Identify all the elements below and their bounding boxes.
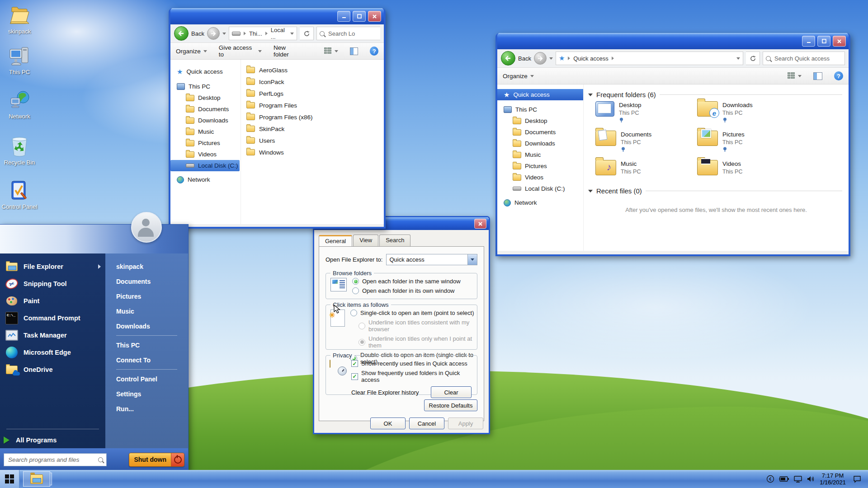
chevron-down-icon[interactable]: [290, 33, 294, 35]
file-row[interactable]: Users: [246, 135, 384, 146]
start-item-microsoft-edge[interactable]: Microsoft Edge: [0, 344, 105, 361]
organize-button[interactable]: Organize: [503, 73, 534, 80]
hidden-icons-chevron-icon[interactable]: [766, 475, 774, 483]
chevron-down-icon[interactable]: [736, 57, 740, 60]
sidebar-item-local-disk-selected[interactable]: Local Disk (C:): [170, 160, 240, 171]
start-search-input[interactable]: [7, 456, 95, 464]
address-bar[interactable]: Thi... Local ...: [229, 27, 297, 40]
refresh-button[interactable]: [300, 27, 314, 40]
sidebar-item-local-disk[interactable]: Local Disk (C:): [497, 183, 583, 194]
sidebar-item-desktop[interactable]: Desktop: [170, 92, 241, 103]
start-item-command-prompt[interactable]: C:\_ Command Prompt: [0, 310, 105, 327]
clock[interactable]: 7:17 PM 1/16/2021: [820, 472, 846, 486]
start-item-paint[interactable]: Paint: [0, 292, 105, 310]
start-item-control-panel[interactable]: Control Panel: [105, 371, 188, 386]
close-icon[interactable]: [474, 219, 486, 229]
shut-down-button[interactable]: Shut down: [129, 453, 184, 467]
window-titlebar[interactable]: [497, 33, 849, 49]
forward-button[interactable]: [207, 27, 220, 40]
start-item-file-explorer[interactable]: File Explorer: [0, 258, 105, 275]
preview-pane-icon[interactable]: [813, 72, 822, 80]
help-icon[interactable]: ?: [834, 71, 843, 80]
refresh-button[interactable]: [746, 52, 760, 65]
breadcrumb[interactable]: Thi...: [249, 30, 262, 37]
start-item-task-manager[interactable]: Task Manager: [0, 327, 105, 344]
frequent-folder-pictures[interactable]: PicturesThis PC: [697, 131, 799, 154]
file-row[interactable]: Program Files: [246, 99, 384, 111]
maximize-icon[interactable]: [353, 11, 366, 22]
window-titlebar[interactable]: [170, 8, 384, 24]
network-icon[interactable]: [793, 475, 802, 483]
notification-icon[interactable]: [853, 475, 862, 483]
checkbox-frequent-folders[interactable]: ✓ Show frequently used folders in Quick …: [351, 370, 474, 383]
history-dropdown-icon[interactable]: [549, 57, 553, 60]
start-item-music[interactable]: Music: [105, 304, 188, 319]
sidebar-item-documents[interactable]: Documents: [497, 127, 583, 138]
search-input[interactable]: [774, 55, 842, 62]
apply-button[interactable]: Apply: [448, 418, 483, 429]
desktop-icon-recycle-bin[interactable]: Recycle Bin: [0, 136, 39, 166]
organize-button[interactable]: Organize: [176, 48, 207, 55]
user-avatar[interactable]: [131, 212, 162, 243]
ok-button[interactable]: OK: [370, 418, 406, 429]
address-bar[interactable]: ★ Quick access: [556, 52, 743, 65]
restore-defaults-button[interactable]: Restore Defaults: [424, 399, 477, 411]
sidebar-item-videos[interactable]: Videos: [170, 149, 241, 160]
start-button[interactable]: [0, 470, 19, 488]
start-search-box[interactable]: [4, 453, 107, 466]
start-item-downloads[interactable]: Downloads: [105, 319, 188, 333]
close-icon[interactable]: [833, 36, 846, 47]
sidebar-item-network[interactable]: Network: [170, 174, 241, 185]
sidebar-item-this-pc[interactable]: This PC: [497, 104, 583, 115]
file-row[interactable]: SkinPack: [246, 123, 384, 135]
frequent-folder-music[interactable]: ♪ MusicThis PC: [595, 160, 697, 175]
open-to-combobox[interactable]: Quick access: [386, 254, 477, 265]
radio-same-window[interactable]: Open each folder in the same window: [352, 278, 472, 285]
power-icon[interactable]: [171, 453, 184, 466]
sidebar-item-network[interactable]: Network: [497, 197, 583, 208]
recent-files-header[interactable]: Recent files (0): [588, 187, 842, 195]
sidebar-item-documents[interactable]: Documents: [170, 103, 241, 115]
volume-icon[interactable]: [807, 475, 816, 483]
desktop-icon-control-panel[interactable]: Control Panel: [0, 180, 39, 210]
back-button[interactable]: Back: [501, 51, 531, 66]
file-row[interactable]: Program Files (x86): [246, 111, 384, 123]
new-folder-button[interactable]: New folder: [274, 44, 301, 58]
view-button[interactable]: [788, 72, 802, 80]
close-icon[interactable]: [368, 11, 381, 22]
start-item-skinpack[interactable]: skinpack: [105, 259, 188, 274]
sidebar-item-music[interactable]: Music: [170, 126, 241, 137]
minimize-icon[interactable]: [802, 36, 815, 47]
search-input[interactable]: [327, 30, 377, 38]
start-item-onedrive[interactable]: OneDrive: [0, 361, 105, 378]
start-item-run[interactable]: Run...: [105, 401, 188, 416]
sidebar-item-downloads[interactable]: Downloads: [497, 138, 583, 149]
breadcrumb[interactable]: Local ...: [271, 27, 287, 40]
minimize-icon[interactable]: [337, 11, 350, 22]
frequent-folder-videos[interactable]: VideosThis PC: [697, 160, 799, 175]
start-item-documents[interactable]: Documents: [105, 274, 188, 289]
forward-button[interactable]: [534, 52, 547, 65]
desktop-icon-skinpack[interactable]: skinpack: [0, 5, 39, 35]
sidebar-item-quick-access[interactable]: ★Quick access: [170, 66, 241, 77]
view-button[interactable]: [324, 47, 338, 55]
sidebar-item-downloads[interactable]: Downloads: [170, 115, 241, 126]
frequent-folder-downloads[interactable]: e DownloadsThis PC: [697, 101, 799, 124]
sidebar-item-quick-access-selected[interactable]: ★Quick access: [497, 89, 583, 100]
sidebar-item-pictures[interactable]: Pictures: [170, 137, 241, 149]
start-item-this-pc[interactable]: This PC: [105, 338, 188, 352]
start-item-settings[interactable]: Settings: [105, 386, 188, 401]
radio-own-window[interactable]: Open each folder in its own window: [352, 287, 472, 294]
all-programs-button[interactable]: All Programs: [0, 432, 105, 448]
radio-single-click[interactable]: Single-click to open an item (point to s…: [350, 310, 474, 316]
file-row[interactable]: Windows: [246, 146, 384, 158]
tab-view[interactable]: View: [353, 235, 378, 246]
frequent-folder-desktop[interactable]: DesktopThis PC: [595, 101, 697, 124]
help-icon[interactable]: ?: [370, 47, 378, 56]
cancel-button[interactable]: Cancel: [409, 418, 444, 429]
sidebar-item-music[interactable]: Music: [497, 149, 583, 160]
file-row[interactable]: PerfLogs: [246, 88, 384, 99]
sidebar-item-desktop[interactable]: Desktop: [497, 115, 583, 127]
tab-search[interactable]: Search: [379, 235, 410, 246]
back-button[interactable]: Back: [174, 26, 204, 41]
